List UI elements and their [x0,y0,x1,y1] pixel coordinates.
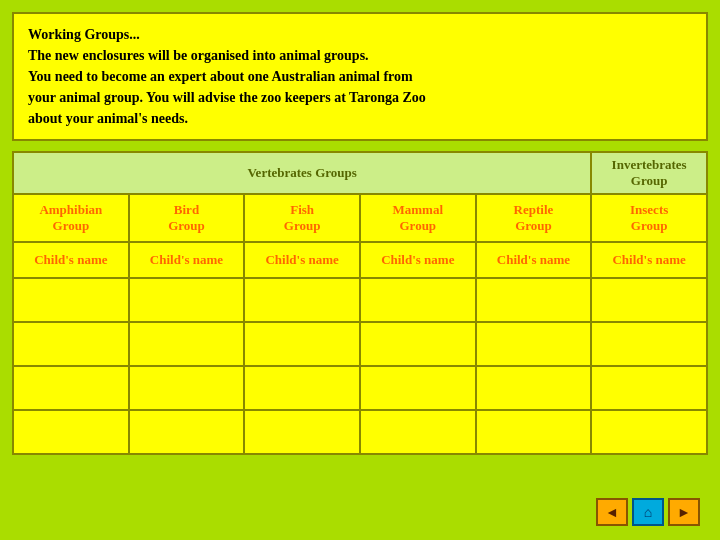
cell-4-6[interactable] [591,410,707,454]
intro-line4: your animal group. You will advise the z… [28,87,692,108]
cell-3-4[interactable] [360,366,476,410]
table-container: Vertebrates Groups Invertebrates Group A… [12,151,708,484]
cell-3-2[interactable] [129,366,245,410]
header-top-row: Vertebrates Groups Invertebrates Group [13,152,707,194]
cell-3-3[interactable] [244,366,360,410]
cell-2-6[interactable] [591,322,707,366]
intro-line1: Working Groups... [28,24,692,45]
cell-1-4[interactable] [360,278,476,322]
name-insects: Child's name [591,242,707,278]
invertebrates-header: Invertebrates Group [591,152,707,194]
cell-1-2[interactable] [129,278,245,322]
intro-line3: You need to become an expert about one A… [28,66,692,87]
cell-2-2[interactable] [129,322,245,366]
intro-box: Working Groups... The new enclosures wil… [12,12,708,141]
groups-table: Vertebrates Groups Invertebrates Group A… [12,151,708,455]
name-amphibian: Child's name [13,242,129,278]
data-row-3 [13,366,707,410]
data-row-1 [13,278,707,322]
cell-1-3[interactable] [244,278,360,322]
cell-1-5[interactable] [476,278,592,322]
cell-3-5[interactable] [476,366,592,410]
cell-4-1[interactable] [13,410,129,454]
col-header-mammal: MammalGroup [360,194,476,242]
cell-2-4[interactable] [360,322,476,366]
col-header-bird: BirdGroup [129,194,245,242]
intro-line2: The new enclosures will be organised int… [28,45,692,66]
cell-2-1[interactable] [13,322,129,366]
cell-3-1[interactable] [13,366,129,410]
nav-bar: ◄ ⌂ ► [12,494,708,528]
cell-4-3[interactable] [244,410,360,454]
header-groups-row: AmphibianGroup BirdGroup FishGroup Mamma… [13,194,707,242]
col-header-amphibian: AmphibianGroup [13,194,129,242]
name-bird: Child's name [129,242,245,278]
vertebrates-header: Vertebrates Groups [13,152,591,194]
page-wrapper: Working Groups... The new enclosures wil… [0,0,720,540]
cell-4-4[interactable] [360,410,476,454]
name-mammal: Child's name [360,242,476,278]
name-fish: Child's name [244,242,360,278]
home-button[interactable]: ⌂ [632,498,664,526]
col-header-insects: InsectsGroup [591,194,707,242]
data-row-2 [13,322,707,366]
name-reptile: Child's name [476,242,592,278]
cell-1-6[interactable] [591,278,707,322]
col-header-reptile: ReptileGroup [476,194,592,242]
data-row-4 [13,410,707,454]
cell-1-1[interactable] [13,278,129,322]
name-row: Child's name Child's name Child's name C… [13,242,707,278]
cell-2-3[interactable] [244,322,360,366]
cell-2-5[interactable] [476,322,592,366]
cell-3-6[interactable] [591,366,707,410]
intro-line5: about your animal's needs. [28,108,692,129]
forward-button[interactable]: ► [668,498,700,526]
cell-4-5[interactable] [476,410,592,454]
back-button[interactable]: ◄ [596,498,628,526]
col-header-fish: FishGroup [244,194,360,242]
cell-4-2[interactable] [129,410,245,454]
